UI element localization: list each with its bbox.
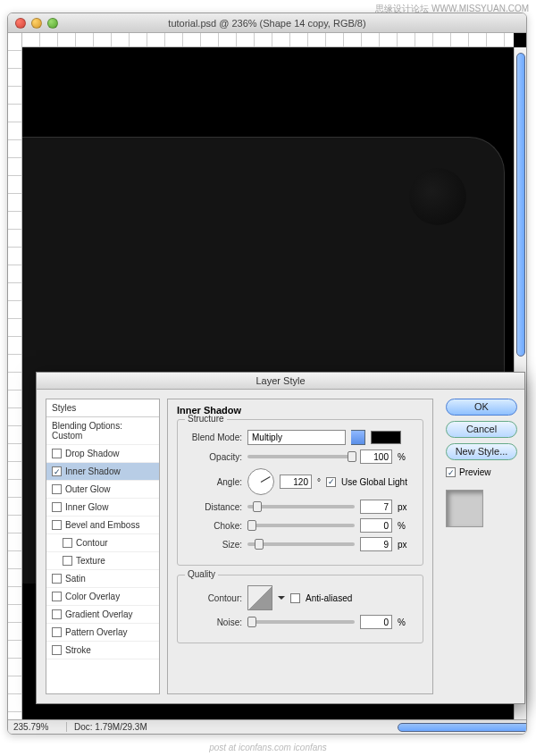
checkbox-icon[interactable] (52, 574, 62, 584)
dropdown-icon[interactable] (278, 596, 285, 603)
preview-swatch (446, 490, 483, 527)
blend-mode-select[interactable]: Multiply (247, 430, 346, 445)
new-style-button[interactable]: New Style... (446, 443, 517, 460)
sidebar-color-overlay[interactable]: Color Overlay (46, 588, 159, 606)
percent-unit: % (398, 521, 406, 531)
zoom-level[interactable]: 235.79% (8, 722, 67, 732)
checkbox-icon[interactable] (52, 627, 62, 637)
sidebar-texture[interactable]: Texture (46, 552, 159, 570)
choke-slider[interactable] (247, 524, 355, 527)
noise-slider[interactable] (247, 620, 355, 624)
global-light-label: Use Global Light (341, 477, 407, 487)
sidebar-drop-shadow[interactable]: Drop Shadow (46, 445, 159, 463)
opacity-field[interactable] (360, 449, 392, 464)
checkbox-icon[interactable] (52, 502, 62, 512)
blend-mode-label: Blend Mode: (185, 433, 242, 442)
status-bar: 235.79% Doc: 1.79M/29.3M (8, 719, 526, 734)
angle-dial[interactable] (247, 468, 274, 495)
sidebar-bevel-emboss[interactable]: Bevel and Emboss (46, 517, 159, 534)
sidebar-stroke[interactable]: Stroke (46, 642, 159, 659)
sidebar-pattern-overlay[interactable]: Pattern Overlay (46, 624, 159, 642)
checkbox-icon[interactable] (52, 592, 62, 601)
distance-label: Distance: (185, 502, 242, 512)
angle-field[interactable] (280, 475, 312, 489)
distance-slider[interactable] (247, 505, 355, 508)
ruler-vertical[interactable] (8, 33, 22, 719)
layer-style-dialog: Layer Style Styles Blending Options: Cus… (36, 372, 525, 704)
styles-header[interactable]: Styles (46, 399, 159, 417)
checkbox-icon[interactable] (52, 484, 62, 494)
antialiased-checkbox[interactable] (290, 593, 300, 603)
opacity-slider[interactable] (247, 455, 355, 458)
sidebar-contour[interactable]: Contour (46, 534, 159, 552)
antialiased-label: Anti-aliased (306, 593, 352, 603)
checkbox-icon[interactable] (52, 520, 62, 530)
preview-label: Preview (459, 467, 491, 477)
dialog-buttons: OK Cancel New Style... ✓Preview (439, 390, 524, 703)
sidebar-blending-options[interactable]: Blending Options: Custom (46, 417, 159, 445)
contour-label: Contour: (185, 593, 242, 603)
degree-unit: ° (317, 477, 321, 487)
scroll-thumb-v[interactable] (516, 53, 525, 357)
quality-group: Quality Contour: Anti-aliased Noise: % (177, 575, 423, 643)
cancel-button[interactable]: Cancel (446, 421, 517, 438)
size-slider[interactable] (247, 542, 355, 546)
noise-field[interactable] (360, 615, 392, 629)
sidebar-inner-glow[interactable]: Inner Glow (46, 499, 159, 517)
preview-checkbox[interactable]: ✓ (446, 467, 456, 477)
noise-label: Noise: (185, 617, 242, 627)
angle-label: Angle: (185, 477, 242, 487)
opacity-label: Opacity: (185, 452, 242, 462)
size-label: Size: (185, 540, 242, 550)
checkbox-icon[interactable]: ✓ (52, 466, 62, 476)
dialog-title: Layer Style (37, 373, 524, 390)
percent-unit: % (398, 617, 406, 627)
footer-credit: post at iconfans.com iconfans (0, 743, 536, 752)
blend-color-swatch[interactable] (371, 431, 401, 444)
px-unit: px (398, 540, 407, 550)
checkbox-icon[interactable] (52, 449, 62, 458)
choke-field[interactable] (360, 518, 392, 533)
dropdown-icon[interactable] (351, 430, 365, 445)
choke-label: Choke: (185, 521, 242, 531)
structure-group: Structure Blend Mode: Multiply Opacity: … (177, 419, 423, 566)
size-field[interactable] (360, 537, 392, 551)
structure-label: Structure (185, 414, 227, 424)
contour-picker[interactable] (247, 585, 272, 610)
percent-unit: % (398, 452, 406, 462)
ok-button[interactable]: OK (446, 399, 517, 416)
sidebar-gradient-overlay[interactable]: Gradient Overlay (46, 606, 159, 624)
titlebar[interactable]: tutorial.psd @ 236% (Shape 14 copy, RGB/… (8, 13, 526, 33)
scroll-thumb-h[interactable] (398, 723, 527, 732)
styles-list: Styles Blending Options: Custom Drop Sha… (46, 399, 160, 694)
checkbox-icon[interactable] (63, 538, 72, 548)
sidebar-satin[interactable]: Satin (46, 570, 159, 588)
checkbox-icon[interactable] (63, 556, 72, 566)
px-unit: px (398, 502, 407, 512)
global-light-checkbox[interactable]: ✓ (326, 477, 336, 487)
ruler-horizontal[interactable] (22, 33, 514, 47)
sidebar-inner-shadow[interactable]: ✓Inner Shadow (46, 463, 159, 481)
checkbox-icon[interactable] (52, 609, 62, 619)
distance-field[interactable] (360, 500, 392, 514)
checkbox-icon[interactable] (52, 645, 62, 655)
window-title: tutorial.psd @ 236% (Shape 14 copy, RGB/… (8, 18, 526, 29)
doc-size: Doc: 1.79M/29.3M (67, 722, 147, 732)
inner-shadow-panel: Inner Shadow Structure Blend Mode: Multi… (167, 399, 433, 694)
quality-label: Quality (185, 569, 218, 579)
sidebar-outer-glow[interactable]: Outer Glow (46, 481, 159, 499)
